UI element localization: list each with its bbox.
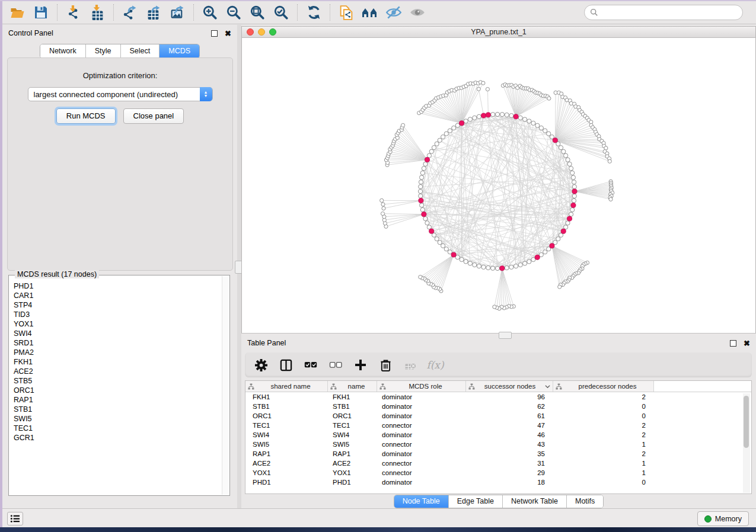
table-panel: Table Panel ✖ f(x) shared namenameMCDS r… xyxy=(241,333,756,508)
vertical-splitter[interactable] xyxy=(237,25,241,508)
tab-node-table[interactable]: Node Table xyxy=(394,495,449,508)
mcds-result-list[interactable]: PHD1CAR1STP4TID3YOX1SWI4SRD1PMA2FKH1ACE2… xyxy=(9,278,222,495)
result-node[interactable]: GCR1 xyxy=(14,433,222,443)
result-node[interactable]: ORC1 xyxy=(14,386,222,395)
result-node[interactable]: ACE2 xyxy=(14,367,222,376)
tab-mcds[interactable]: MCDS xyxy=(160,44,199,58)
memory-label: Memory xyxy=(715,515,742,523)
tab-network[interactable]: Network xyxy=(40,44,86,58)
show-columns-icon[interactable] xyxy=(279,358,292,371)
column-header-name[interactable]: name xyxy=(328,381,377,392)
cell-pred: 1 xyxy=(553,460,654,467)
table-settings-icon[interactable] xyxy=(254,358,267,371)
table-row[interactable]: YOX1YOX1connector291 xyxy=(245,468,751,477)
table-row[interactable]: SWI4SWI4dominator462 xyxy=(245,430,751,440)
copy-style-icon[interactable] xyxy=(336,3,356,22)
table-row[interactable]: TEC1TEC1connector472 xyxy=(245,421,751,430)
cell-succ: 43 xyxy=(466,441,553,448)
import-table-icon[interactable] xyxy=(87,3,107,22)
column-tree-icon xyxy=(379,383,386,390)
show-all-icon[interactable] xyxy=(407,3,428,22)
open-file-icon[interactable] xyxy=(7,3,27,22)
import-network-icon[interactable] xyxy=(63,3,84,22)
float-table-panel-icon[interactable] xyxy=(730,340,736,347)
float-panel-icon[interactable] xyxy=(211,30,218,37)
result-list-scrollbar[interactable] xyxy=(222,276,229,495)
result-node[interactable]: SWI5 xyxy=(14,414,222,424)
delete-column-icon[interactable] xyxy=(379,358,392,371)
tab-network-table[interactable]: Network Table xyxy=(503,495,567,508)
search-field[interactable] xyxy=(584,5,743,20)
cell-pred: 1 xyxy=(553,441,654,448)
column-header-MCDS-role[interactable]: MCDS role xyxy=(377,381,466,392)
table-row[interactable]: FKH1FKH1dominator962 xyxy=(245,392,751,402)
deselect-all-icon[interactable] xyxy=(329,358,342,371)
hide-selected-icon[interactable] xyxy=(384,3,404,22)
search-input[interactable] xyxy=(601,8,742,17)
result-node[interactable]: STB1 xyxy=(14,405,222,414)
result-node[interactable]: PHD1 xyxy=(14,281,222,291)
result-node[interactable]: SWI4 xyxy=(14,329,222,338)
tab-edge-table[interactable]: Edge Table xyxy=(449,495,503,508)
tab-style[interactable]: Style xyxy=(86,44,121,58)
refresh-icon[interactable] xyxy=(304,3,324,22)
first-neighbors-icon[interactable] xyxy=(360,3,380,22)
run-mcds-button[interactable]: Run MCDS xyxy=(56,108,116,124)
tab-select[interactable]: Select xyxy=(121,44,160,58)
control-panel-tabs: NetworkStyleSelectMCDS xyxy=(40,44,200,59)
cell-shared: PHD1 xyxy=(245,479,328,486)
cell-pred: 2 xyxy=(553,450,654,457)
status-bar: Memory xyxy=(0,508,756,527)
result-node[interactable]: TID3 xyxy=(14,310,222,319)
column-header-shared-name[interactable]: shared name xyxy=(245,381,328,392)
column-header-successor-nodes[interactable]: successor nodes xyxy=(466,381,553,392)
table-tabs: Node TableEdge TableNetwork TableMotifs xyxy=(394,495,604,508)
zoom-fit-icon[interactable] xyxy=(247,3,267,22)
node-table[interactable]: shared namenameMCDS rolesuccessor nodesp… xyxy=(245,380,752,494)
cell-pred: 0 xyxy=(553,403,654,410)
add-column-icon[interactable] xyxy=(354,358,367,371)
export-table-icon[interactable] xyxy=(143,3,164,22)
cell-name: SWI5 xyxy=(328,441,377,448)
export-image-icon[interactable] xyxy=(167,3,187,22)
table-scrollbar-thumb[interactable] xyxy=(744,396,749,448)
export-network-icon[interactable] xyxy=(120,3,140,22)
close-table-panel-icon[interactable]: ✖ xyxy=(744,340,750,347)
select-all-icon[interactable] xyxy=(304,358,317,371)
result-node[interactable]: FKH1 xyxy=(14,357,222,367)
result-node[interactable]: RAP1 xyxy=(14,395,222,405)
table-row[interactable]: STB1STB1dominator620 xyxy=(245,402,751,411)
table-row[interactable]: SWI5SWI5connector431 xyxy=(245,440,751,449)
result-node[interactable]: STP4 xyxy=(14,300,222,310)
result-node[interactable]: YOX1 xyxy=(14,319,222,329)
result-node[interactable]: PMA2 xyxy=(14,348,222,357)
table-scrollbar[interactable] xyxy=(743,393,750,493)
table-row[interactable]: RAP1RAP1dominator352 xyxy=(245,449,751,459)
result-node[interactable]: CAR1 xyxy=(14,291,222,300)
column-header-predecessor-nodes[interactable]: predecessor nodes xyxy=(553,381,654,392)
result-node[interactable]: SRD1 xyxy=(14,338,222,348)
result-node[interactable]: STB5 xyxy=(14,376,222,386)
close-panel-icon[interactable]: ✖ xyxy=(225,30,231,37)
table-row[interactable]: ACE2ACE2connector311 xyxy=(245,459,751,468)
memory-button[interactable]: Memory xyxy=(697,511,749,526)
toolbar-separator xyxy=(57,4,58,21)
save-session-icon[interactable] xyxy=(31,3,51,22)
zoom-in-icon[interactable] xyxy=(200,3,220,22)
optimization-criterion-select[interactable]: largest connected component (undirected)… xyxy=(28,87,213,101)
zoom-selected-icon[interactable] xyxy=(271,3,291,22)
horizontal-splitter-grip[interactable] xyxy=(499,332,512,339)
result-node[interactable]: TEC1 xyxy=(14,424,222,433)
close-panel-button[interactable]: Close panel xyxy=(123,108,184,124)
zoom-out-icon[interactable] xyxy=(224,3,244,22)
dropdown-stepper-icon: ▲▼ xyxy=(200,87,212,101)
cell-name: YOX1 xyxy=(328,469,377,476)
tab-motifs[interactable]: Motifs xyxy=(567,495,603,508)
network-window-titlebar[interactable]: YPA_prune.txt_1 xyxy=(241,26,756,38)
toolbar-separator xyxy=(297,4,298,21)
network-canvas[interactable] xyxy=(241,38,756,333)
table-row[interactable]: PHD1PHD1dominator180 xyxy=(245,477,751,487)
task-history-button[interactable] xyxy=(7,512,23,525)
table-row[interactable]: ORC1ORC1dominator610 xyxy=(245,411,751,421)
cell-role: dominator xyxy=(377,393,466,400)
